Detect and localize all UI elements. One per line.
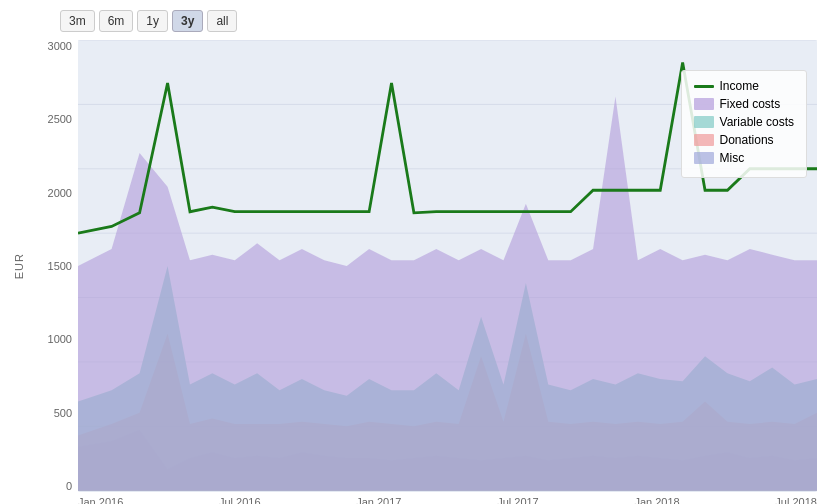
legend-fixed: Fixed costs <box>694 97 794 111</box>
y-axis: 3000 2500 2000 1500 1000 500 0 <box>28 40 78 504</box>
legend-label-donations: Donations <box>720 133 774 147</box>
x-tick: Jan 2018 <box>634 496 679 504</box>
y-tick: 1000 <box>48 333 72 345</box>
legend-income: Income <box>694 79 794 93</box>
legend-misc: Misc <box>694 151 794 165</box>
btn-1y[interactable]: 1y <box>137 10 168 32</box>
x-tick: Jul 2018 <box>775 496 817 504</box>
legend-variable: Variable costs <box>694 115 794 129</box>
legend-color-variable <box>694 116 714 128</box>
y-tick: 3000 <box>48 40 72 52</box>
y-tick: 2000 <box>48 187 72 199</box>
y-axis-label: EUR <box>13 253 25 279</box>
y-tick: 2500 <box>48 113 72 125</box>
legend-label-variable: Variable costs <box>720 115 794 129</box>
y-tick: 1500 <box>48 260 72 272</box>
legend-label-income: Income <box>720 79 759 93</box>
btn-6m[interactable]: 6m <box>99 10 134 32</box>
btn-3m[interactable]: 3m <box>60 10 95 32</box>
y-tick: 0 <box>66 480 72 492</box>
app-container: 3m 6m 1y 3y all EUR 3000 2500 2000 1500 … <box>0 0 827 504</box>
btn-3y[interactable]: 3y <box>172 10 203 32</box>
legend-color-fixed <box>694 98 714 110</box>
x-tick: Jan 2017 <box>356 496 401 504</box>
legend-label-misc: Misc <box>720 151 745 165</box>
y-tick: 500 <box>54 407 72 419</box>
legend-label-fixed: Fixed costs <box>720 97 781 111</box>
x-tick: Jul 2016 <box>219 496 261 504</box>
time-range-toolbar: 3m 6m 1y 3y all <box>10 10 817 32</box>
btn-all[interactable]: all <box>207 10 237 32</box>
x-tick: Jan 2016 <box>78 496 123 504</box>
x-tick: Jul 2017 <box>497 496 539 504</box>
legend-color-misc <box>694 152 714 164</box>
chart-svg-container: Income Fixed costs Variable costs Donati… <box>78 40 817 492</box>
legend-color-income <box>694 85 714 88</box>
chart-area: EUR 3000 2500 2000 1500 1000 500 0 <box>10 40 817 504</box>
x-axis: Jan 2016 Jul 2016 Jan 2017 Jul 2017 Jan … <box>78 492 817 504</box>
legend-color-donations <box>694 134 714 146</box>
chart-main: Income Fixed costs Variable costs Donati… <box>78 40 817 504</box>
chart-legend: Income Fixed costs Variable costs Donati… <box>681 70 807 178</box>
legend-donations: Donations <box>694 133 794 147</box>
